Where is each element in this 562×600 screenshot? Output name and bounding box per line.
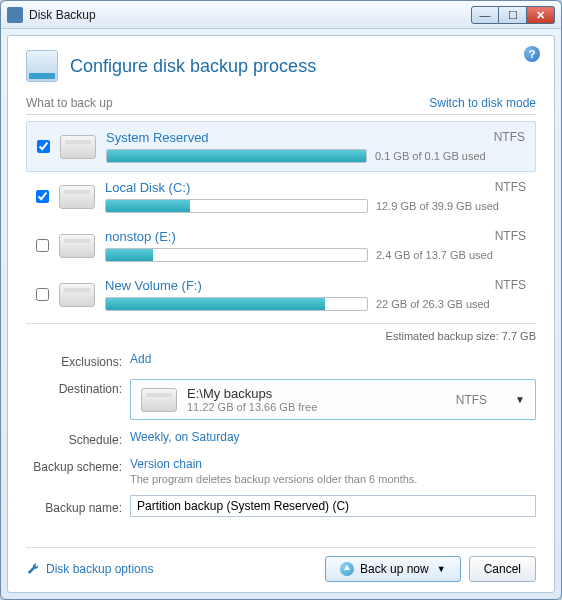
estimated-size: Estimated backup size: 7.7 GB	[26, 323, 536, 342]
destination-label: Destination:	[26, 379, 122, 396]
volume-name: New Volume (F:)	[105, 278, 202, 293]
minimize-button[interactable]	[471, 6, 499, 24]
disk-icon	[141, 388, 177, 412]
destination-selector[interactable]: E:\My backups 11.22 GB of 13.66 GB free …	[130, 379, 536, 420]
volume-row[interactable]: Local Disk (C:)NTFS12.9 GB of 39.9 GB us…	[26, 172, 536, 221]
usage-bar	[105, 248, 368, 262]
page-title: Configure disk backup process	[70, 56, 316, 77]
destination-free: 11.22 GB of 13.66 GB free	[187, 401, 446, 413]
scheme-label: Backup scheme:	[26, 457, 122, 474]
chevron-down-icon: ▼	[515, 394, 525, 405]
window-title: Disk Backup	[29, 8, 471, 22]
wrench-icon	[26, 562, 40, 576]
usage-bar	[105, 199, 368, 213]
chevron-down-icon: ▼	[437, 564, 446, 574]
disk-icon	[60, 135, 96, 159]
volume-row[interactable]: New Volume (F:)NTFS22 GB of 26.3 GB used	[26, 270, 536, 319]
exclusions-add-link[interactable]: Add	[130, 352, 151, 366]
volume-row[interactable]: System ReservedNTFS0.1 GB of 0.1 GB used	[26, 121, 536, 172]
backup-name-input[interactable]	[130, 495, 536, 517]
backup-name-label: Backup name:	[26, 498, 122, 515]
volume-checkbox[interactable]	[36, 288, 49, 301]
close-button[interactable]	[527, 6, 555, 24]
app-icon	[7, 7, 23, 23]
form: Exclusions: Add Destination: E:\My backu…	[26, 352, 536, 517]
window: Disk Backup ? Configure disk backup proc…	[0, 0, 562, 600]
scheme-link[interactable]: Version chain	[130, 457, 202, 471]
volume-checkbox[interactable]	[36, 239, 49, 252]
scheme-description: The program deletes backup versions olde…	[130, 473, 536, 485]
disk-backup-icon	[26, 50, 58, 82]
destination-fs: NTFS	[456, 393, 487, 407]
destination-path: E:\My backups	[187, 386, 446, 401]
volume-name: System Reserved	[106, 130, 209, 145]
volume-checkbox[interactable]	[36, 190, 49, 203]
page-header: Configure disk backup process	[26, 50, 536, 82]
footer: Disk backup options Back up now ▼ Cancel	[26, 547, 536, 582]
titlebar[interactable]: Disk Backup	[1, 1, 561, 29]
volume-checkbox[interactable]	[37, 140, 50, 153]
backup-now-button[interactable]: Back up now ▼	[325, 556, 461, 582]
volume-fs: NTFS	[495, 229, 526, 244]
divider	[26, 114, 536, 115]
window-controls	[471, 6, 555, 24]
help-icon[interactable]: ?	[524, 46, 540, 62]
content-panel: ? Configure disk backup process What to …	[7, 35, 555, 593]
backup-now-label: Back up now	[360, 562, 429, 576]
cancel-button[interactable]: Cancel	[469, 556, 536, 582]
cancel-label: Cancel	[484, 562, 521, 576]
volume-row[interactable]: nonstop (E:)NTFS2.4 GB of 13.7 GB used	[26, 221, 536, 270]
volume-name: Local Disk (C:)	[105, 180, 190, 195]
exclusions-label: Exclusions:	[26, 352, 122, 369]
volume-list: System ReservedNTFS0.1 GB of 0.1 GB used…	[26, 121, 536, 319]
section-header: What to back up Switch to disk mode	[26, 96, 536, 110]
volume-usage: 2.4 GB of 13.7 GB used	[376, 249, 526, 261]
disk-icon	[59, 185, 95, 209]
volume-fs: NTFS	[494, 130, 525, 145]
backup-options-link[interactable]: Disk backup options	[46, 562, 153, 576]
schedule-link[interactable]: Weekly, on Saturday	[130, 430, 240, 444]
volume-usage: 0.1 GB of 0.1 GB used	[375, 150, 525, 162]
volume-fs: NTFS	[495, 278, 526, 293]
volume-usage: 22 GB of 26.3 GB used	[376, 298, 526, 310]
schedule-label: Schedule:	[26, 430, 122, 447]
usage-bar	[106, 149, 367, 163]
disk-icon	[59, 283, 95, 307]
volume-name: nonstop (E:)	[105, 229, 176, 244]
volume-fs: NTFS	[495, 180, 526, 195]
section-label: What to back up	[26, 96, 113, 110]
volume-usage: 12.9 GB of 39.9 GB used	[376, 200, 526, 212]
maximize-button[interactable]	[499, 6, 527, 24]
usage-bar	[105, 297, 368, 311]
switch-mode-link[interactable]: Switch to disk mode	[429, 96, 536, 110]
disk-icon	[59, 234, 95, 258]
up-arrow-icon	[340, 562, 354, 576]
